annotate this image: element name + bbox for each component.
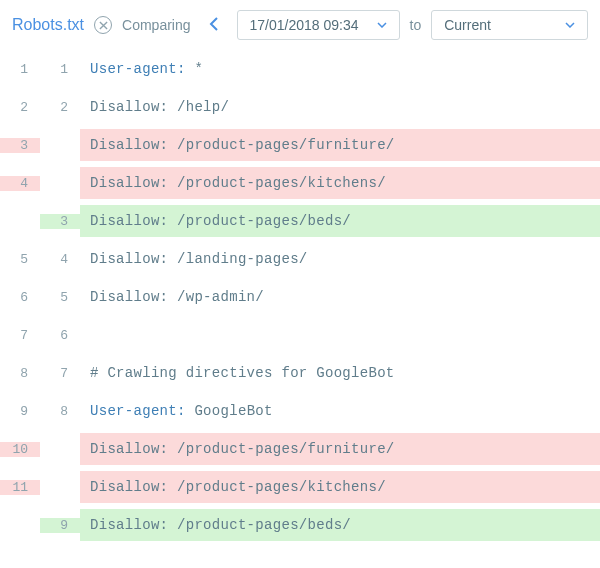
line-number-left: 1	[0, 62, 40, 77]
line-content: User-agent: *	[80, 53, 600, 85]
line-number-left: 9	[0, 404, 40, 419]
line-number-left: 3	[0, 138, 40, 153]
diff-row: 54Disallow: /landing-pages/	[0, 240, 600, 278]
line-number-right: 8	[40, 404, 80, 419]
diff-row: 87# Crawling directives for GoogleBot	[0, 354, 600, 392]
to-date-label: Current	[444, 17, 491, 33]
to-date-dropdown[interactable]: Current	[431, 10, 588, 40]
diff-row: 4Disallow: /product-pages/kitchens/	[0, 164, 600, 202]
from-date-dropdown[interactable]: 17/01/2018 09:34	[237, 10, 400, 40]
diff-row: 11Disallow: /product-pages/kitchens/	[0, 468, 600, 506]
diff-row: 76	[0, 316, 600, 354]
diff-row: 9Disallow: /product-pages/beds/	[0, 506, 600, 544]
diff-row: 65Disallow: /wp-admin/	[0, 278, 600, 316]
line-number-left: 10	[0, 442, 40, 457]
line-number-right: 2	[40, 100, 80, 115]
from-date-label: 17/01/2018 09:34	[250, 17, 359, 33]
diff-row: 22Disallow: /help/	[0, 88, 600, 126]
line-content: Disallow: /product-pages/beds/	[80, 509, 600, 541]
header: Robots.txt Comparing 17/01/2018 09:34 to…	[0, 0, 600, 50]
line-number-right: 1	[40, 62, 80, 77]
page-title: Robots.txt	[12, 16, 84, 34]
line-number-left: 5	[0, 252, 40, 267]
line-number-left: 11	[0, 480, 40, 495]
line-number-left: 8	[0, 366, 40, 381]
diff-row: 10Disallow: /product-pages/furniture/	[0, 430, 600, 468]
to-label: to	[410, 17, 422, 33]
line-content: Disallow: /landing-pages/	[80, 243, 600, 275]
line-number-right: 5	[40, 290, 80, 305]
line-number-right: 9	[40, 518, 80, 533]
line-content: User-agent: GoogleBot	[80, 395, 600, 427]
diff-row: 98User-agent: GoogleBot	[0, 392, 600, 430]
line-content	[80, 327, 600, 343]
line-number-left: 7	[0, 328, 40, 343]
line-content: # Crawling directives for GoogleBot	[80, 357, 600, 389]
line-number-right: 4	[40, 252, 80, 267]
line-content: Disallow: /product-pages/furniture/	[80, 129, 600, 161]
diff-table: 11User-agent: *22Disallow: /help/3Disall…	[0, 50, 600, 544]
chevron-down-icon	[377, 22, 387, 28]
line-content: Disallow: /product-pages/kitchens/	[80, 471, 600, 503]
line-content: Disallow: /help/	[80, 91, 600, 123]
line-number-left: 2	[0, 100, 40, 115]
line-number-left: 4	[0, 176, 40, 191]
line-number-right: 3	[40, 214, 80, 229]
diff-row: 3Disallow: /product-pages/furniture/	[0, 126, 600, 164]
line-number-left: 6	[0, 290, 40, 305]
nav-back-button[interactable]	[201, 13, 227, 38]
comparing-label: Comparing	[122, 17, 190, 33]
line-content: Disallow: /wp-admin/	[80, 281, 600, 313]
chevron-down-icon	[565, 22, 575, 28]
line-number-right: 6	[40, 328, 80, 343]
line-number-right: 7	[40, 366, 80, 381]
line-content: Disallow: /product-pages/furniture/	[80, 433, 600, 465]
line-content: Disallow: /product-pages/kitchens/	[80, 167, 600, 199]
diff-row: 11User-agent: *	[0, 50, 600, 88]
diff-row: 3Disallow: /product-pages/beds/	[0, 202, 600, 240]
close-icon[interactable]	[94, 16, 112, 34]
line-content: Disallow: /product-pages/beds/	[80, 205, 600, 237]
